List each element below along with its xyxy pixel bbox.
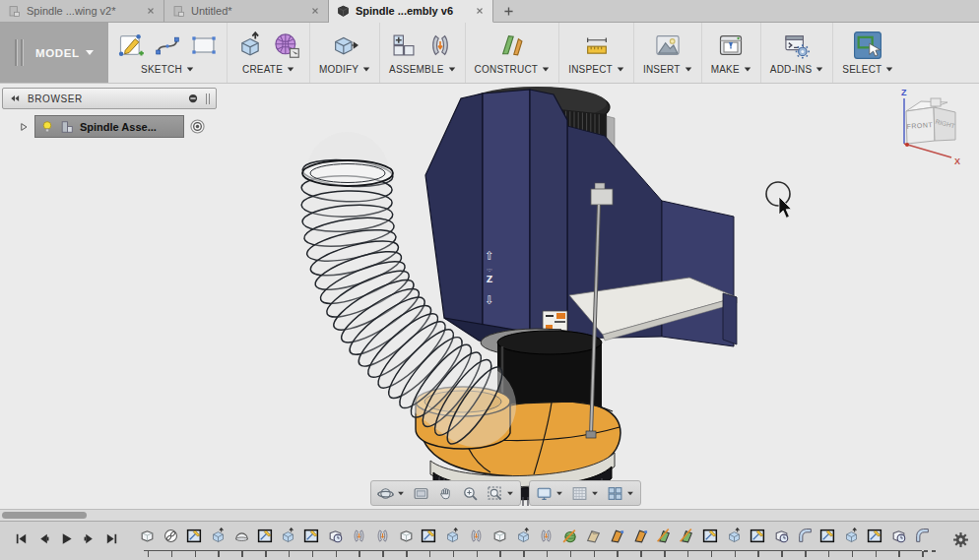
hide-all-icon[interactable]: [187, 93, 199, 104]
plane-orange-icon[interactable]: [606, 525, 629, 559]
create-sketch-icon[interactable]: [117, 31, 145, 59]
construction-plane-icon[interactable]: [498, 31, 526, 59]
construct-menu[interactable]: CONSTRUCT: [475, 64, 551, 75]
press-pull-icon[interactable]: [331, 31, 359, 59]
caret-down-icon[interactable]: [627, 491, 633, 495]
timeline-scrollbar-thumb[interactable]: [2, 512, 87, 519]
timeline-ruler[interactable]: [144, 550, 922, 551]
spline-icon[interactable]: [154, 31, 181, 59]
plane-green-icon[interactable]: [676, 525, 699, 559]
measure-icon[interactable]: [583, 31, 611, 59]
rectangle-icon[interactable]: [190, 31, 218, 59]
expand-arrow-icon[interactable]: [18, 121, 30, 133]
caret-down-icon[interactable]: [507, 491, 513, 495]
go-to-start-icon[interactable]: [14, 531, 29, 546]
display-settings-icon[interactable]: [532, 485, 567, 502]
look-at-icon[interactable]: [409, 485, 433, 502]
joint-icon[interactable]: [347, 525, 370, 559]
sketch-icon[interactable]: [183, 525, 207, 559]
orbit-icon[interactable]: [373, 485, 409, 502]
sketch-icon[interactable]: [747, 525, 770, 559]
collapse-panel-icon[interactable]: [9, 93, 21, 104]
make-menu[interactable]: MAKE: [711, 64, 751, 75]
extrude-icon[interactable]: [723, 525, 747, 559]
dome-icon[interactable]: [229, 525, 253, 559]
plane-green-icon[interactable]: [652, 525, 676, 559]
hole-icon[interactable]: [887, 525, 911, 559]
joint-icon[interactable]: [465, 525, 489, 559]
extrude-icon[interactable]: [236, 31, 264, 59]
close-icon[interactable]: [475, 6, 485, 16]
plane-tan-icon[interactable]: [582, 525, 606, 559]
sketch-icon[interactable]: [699, 525, 723, 559]
play-icon[interactable]: [59, 531, 74, 546]
hole-icon[interactable]: [324, 525, 348, 559]
root-component-item[interactable]: Spindle Asse...: [34, 115, 184, 138]
new-tab-button[interactable]: [493, 0, 523, 22]
modify-menu[interactable]: MODIFY: [319, 64, 370, 75]
3d-model[interactable]: ⇧ ·:· Z ⇩: [0, 83, 979, 509]
print-3d-icon[interactable]: [717, 31, 745, 59]
insert-image-icon[interactable]: [654, 31, 682, 59]
viewports-icon[interactable]: [603, 485, 638, 502]
zoom-icon[interactable]: [458, 485, 483, 502]
pan-icon[interactable]: [433, 485, 458, 502]
extrude-icon[interactable]: [840, 525, 864, 559]
select-menu[interactable]: SELECT: [842, 64, 893, 75]
ground-radio-icon[interactable]: [189, 118, 206, 135]
select-tool-icon[interactable]: [854, 31, 881, 59]
view-cube[interactable]: Z X FRONT RIGHT: [888, 85, 971, 175]
close-icon[interactable]: [310, 6, 320, 16]
tab-untitled[interactable]: Untitled*: [164, 0, 329, 22]
cube-corner[interactable]: [931, 98, 941, 106]
hole-icon[interactable]: [769, 525, 793, 559]
inspect-menu[interactable]: INSPECT: [568, 64, 624, 75]
sketch-icon[interactable]: [253, 525, 277, 559]
housing-right-wall[interactable]: [723, 293, 737, 344]
visibility-lightbulb-icon[interactable]: [40, 120, 54, 134]
go-to-end-icon[interactable]: [104, 531, 119, 546]
tab-spindle-drawing[interactable]: Spindle ...wing v2*: [0, 0, 164, 22]
scripts-addins-icon[interactable]: [783, 31, 811, 59]
close-icon[interactable]: [146, 6, 156, 16]
timeline-scrollbar-track[interactable]: [0, 509, 979, 521]
grid-settings-icon[interactable]: [567, 485, 603, 502]
sketch-icon[interactable]: [300, 525, 324, 559]
extrude-icon[interactable]: [277, 525, 300, 559]
gear-icon[interactable]: [952, 531, 969, 548]
link-icon[interactable]: [160, 525, 183, 559]
extrude-icon[interactable]: [206, 525, 229, 559]
insert-menu[interactable]: INSERT: [643, 64, 692, 75]
addins-menu[interactable]: ADD-INS: [770, 64, 824, 75]
sketch-icon[interactable]: [418, 525, 441, 559]
step-back-icon[interactable]: [36, 531, 51, 546]
sketch-icon[interactable]: [864, 525, 887, 559]
tab-spindle-assembly-active[interactable]: Spindle ...embly v6: [329, 0, 493, 23]
caret-down-icon[interactable]: [556, 491, 562, 495]
browser-header[interactable]: BROWSER: [2, 88, 217, 109]
joint-icon[interactable]: [535, 525, 558, 559]
window-zoom-icon[interactable]: [483, 485, 518, 502]
joint-icon[interactable]: [426, 31, 454, 59]
create-menu[interactable]: CREATE: [242, 64, 294, 75]
assemble-menu[interactable]: ASSEMBLE: [389, 64, 456, 75]
new-component-icon[interactable]: [390, 31, 418, 59]
revolve-icon[interactable]: [558, 525, 582, 559]
extrude-icon[interactable]: [441, 525, 465, 559]
fillet-icon[interactable]: [793, 525, 816, 559]
form-icon[interactable]: [273, 31, 300, 59]
caret-down-icon[interactable]: [398, 491, 404, 495]
fillet-icon[interactable]: [910, 525, 934, 559]
viewport-canvas[interactable]: ⇧ ·:· Z ⇩: [0, 83, 979, 509]
box-icon[interactable]: [136, 525, 160, 559]
panel-grip[interactable]: [206, 93, 210, 104]
extrude-icon[interactable]: [511, 525, 535, 559]
sketch-icon[interactable]: [816, 525, 840, 559]
step-forward-icon[interactable]: [82, 531, 97, 546]
box-icon[interactable]: [394, 525, 418, 559]
workspace-switcher[interactable]: MODEL: [0, 23, 108, 83]
sketch-menu[interactable]: SKETCH: [141, 64, 194, 75]
joint-icon[interactable]: [370, 525, 394, 559]
caret-down-icon[interactable]: [592, 491, 598, 495]
box-icon[interactable]: [488, 525, 511, 559]
